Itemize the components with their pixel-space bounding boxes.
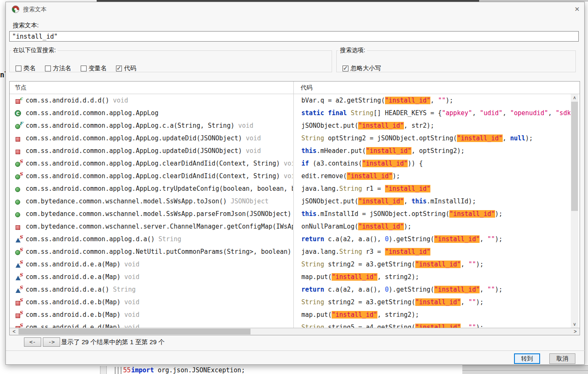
return-type: void [284,160,293,167]
code-line[interactable]: bVar.q = a2.getString("install_id", ""); [294,94,570,107]
node-list-item[interactable]: Scom.ss.android.d.e.d(Map)void [10,321,293,328]
node-list-item[interactable]: com.bytedance.common.wschannel.model.SsW… [10,195,293,208]
return-type: void [113,97,128,104]
node-list-item[interactable]: com.ss.android.common.applog.AppLog.upda… [10,145,293,157]
public-method-icon: S [15,173,22,180]
close-icon[interactable]: ✕ [572,5,582,13]
node-list-item[interactable]: com.bytedance.common.wschannel.model.SsW… [10,208,293,220]
checkbox-unchecked-icon[interactable]: ✓ [45,66,51,71]
search-match-highlight: "install_id" [415,324,461,328]
code-line[interactable]: String string2 = a3.getString("install_i… [294,296,570,308]
code-line[interactable]: static final String[] HEADER_KEYS = {"ap… [294,107,570,119]
code-line[interactable]: java.lang.String r1 = "install_id" [294,182,570,195]
code-line[interactable]: jSONObject.put("install_id", str2); [294,119,570,132]
code-token: this [301,147,316,155]
node-list-item[interactable]: Scom.ss.android.d.e.b(Map)void [10,296,293,308]
node-signature: com.ss.android.d.e.a(Map) [26,261,121,268]
public-method-icon [15,211,22,218]
code-token: if [301,160,309,167]
code-line[interactable]: jSONObject.put("install_id", this.mInsta… [294,195,570,208]
search-match-highlight: "install_id" [358,223,403,230]
background-scrollbar-fragment [100,366,107,374]
scroll-up-icon[interactable]: ∧ [571,94,578,101]
scroll-right-icon[interactable]: > [572,328,579,335]
return-type: String [158,235,181,243]
checkbox-checked-icon[interactable]: ✓ [343,66,348,71]
dialog-titlebar[interactable]: 搜索文本 ✕ [6,2,584,16]
checkbox-unchecked-icon[interactable]: ✓ [16,66,21,71]
horizontal-scrollbar[interactable]: < > [10,328,580,335]
scope-checkbox-item[interactable]: ✓类名 [16,64,36,72]
node-list-item[interactable]: Scom.ss.android.common.applog.AppLog.cle… [10,157,293,170]
scope-checkbox-item[interactable]: ✓方法名 [45,64,71,72]
code-token: .mHeader.put( [316,147,366,155]
code-line[interactable]: onNullParamLog("install_id"); [294,220,570,233]
code-line[interactable]: String string5 = a4.getString("install_i… [294,321,570,328]
code-token: "appkey" [442,109,472,117]
code-line[interactable]: map.put("install_id", string2); [294,308,570,321]
code-token: , [472,109,480,117]
dialog-title: 搜索文本 [23,6,47,13]
code-token: , string2); [377,311,419,319]
code-line[interactable]: return c.a(a2, a.a(), 0).getString("inst… [294,233,570,245]
next-results-button[interactable]: -> [43,337,60,347]
checkbox-unchecked-icon[interactable]: ✓ [81,66,87,71]
code-line[interactable]: edit.remove("install_id"); [294,170,570,182]
node-list-item[interactable]: Scom.ss.android.d.e.b(Map)void [10,308,293,321]
node-list-item[interactable]: Scom.ss.android.common.applog.NetUtil.pu… [10,245,293,258]
search-input[interactable] [9,31,579,42]
code-line[interactable]: this.mHeader.put("install_id", optString… [294,145,570,157]
code-token: "" [488,286,495,293]
code-line[interactable]: String string2 = a3.getString("install_i… [294,258,570,271]
code-token: c.a(a2, a.a(), [324,235,385,243]
node-list-item[interactable]: Scom.ss.android.common.applog.AppLog.cle… [10,170,293,182]
goto-button[interactable]: 转到 [514,353,540,364]
modifier-badge: S [19,247,23,253]
node-list-item[interactable]: Ccom.ss.android.common.applog.AppLog [10,107,293,119]
code-line[interactable]: map.put("install_id", string2); [294,271,570,283]
vertical-scrollbar-thumb[interactable] [571,102,578,211]
node-list-item[interactable]: Scom.ss.android.d.e.a(Map)void [10,258,293,271]
node-list-item[interactable]: Scom.ss.android.d.e.a(Map)void [10,271,293,283]
code-token: ); [495,210,503,218]
code-token: .mInstallId); [427,198,476,205]
modifier-badge: S [19,285,23,290]
import-keyword: import [131,366,154,374]
node-signature: com.ss.android.common.applog.AppLog.clea… [26,172,280,180]
modifier-badge: S [19,272,23,278]
return-type: void [284,172,293,180]
vertical-scrollbar[interactable]: ∧ ∨ [571,94,578,328]
code-line[interactable]: String optString2 = jSONObject.optString… [294,132,570,145]
previous-results-button[interactable]: <- [24,337,41,347]
node-signature: com.ss.android.common.applog.AppLog.upda… [26,134,242,142]
node-list-item[interactable]: Fcom.ss.android.common.applog.AppLog.c.a… [10,119,293,132]
scope-checkbox-item[interactable]: ✓变量名 [81,64,107,72]
node-list-item[interactable]: com.ss.android.common.applog.AppLog.upda… [10,132,293,145]
node-list-item[interactable]: com.ss.android.common.applog.AppLog.tryU… [10,182,293,195]
code-line[interactable]: java.lang.String r3 = "install_id" [294,245,570,258]
code-line[interactable]: return c.a(a2, a.a(), 0).getString("inst… [294,283,570,296]
horizontal-scrollbar-thumb[interactable] [18,329,250,334]
search-match-highlight: "install_id" [415,261,461,268]
code-line[interactable]: if (a3.contains("install_id")) { [294,157,570,170]
cancel-button[interactable]: 取消 [549,353,575,364]
node-list-item[interactable]: Scom.ss.android.d.e.a()String [10,283,293,296]
code-line[interactable]: this.mInstallId = jSONObject.optString("… [294,208,570,220]
node-list-item[interactable]: Scom.ss.android.common.applog.d.a()Strin… [10,233,293,245]
code-token: )) { [408,160,423,167]
checkbox-checked-icon[interactable]: ✓ [116,66,122,71]
node-list-item[interactable]: com.bytedance.common.wschannel.server.Ch… [10,220,293,233]
modifier-badge: S [19,310,23,316]
scope-checkbox-item[interactable]: ✓代码 [116,64,136,72]
fold-marker [121,367,121,374]
private-method-icon: S [15,324,22,328]
node-list-item[interactable]: ccom.ss.android.d.d.d()void [10,94,293,107]
option-checkbox-item[interactable]: ✓忽略大小写 [343,64,381,72]
scroll-down-icon[interactable]: ∨ [571,321,578,328]
scroll-left-icon[interactable]: < [11,328,18,335]
code-token: ); [525,134,533,142]
scope-group-legend: 在以下位置搜索: [11,47,58,54]
code-token: "" [438,97,446,104]
private-method-icon: c [15,97,22,104]
search-match-highlight: "install_id" [358,122,403,129]
